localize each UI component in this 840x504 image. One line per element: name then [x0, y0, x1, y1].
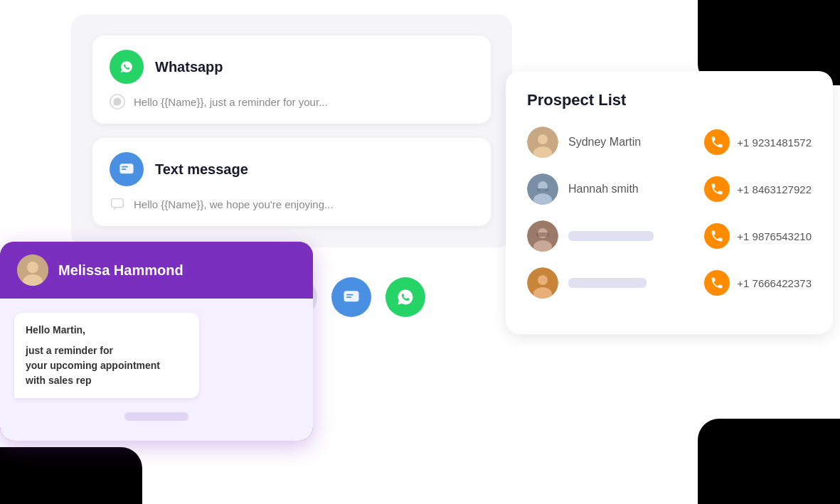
- sms-icon-circle: [110, 152, 144, 186]
- text-message-card[interactable]: Text message Hello {{Name}}, we hope you…: [92, 138, 491, 226]
- whatsapp-card[interactable]: Whatsapp Hello {{Name}}, just a reminder…: [92, 36, 491, 124]
- prospect-left-2: Hannah smith: [527, 173, 639, 205]
- svg-rect-5: [112, 199, 124, 208]
- prospect-list-title: Prospect List: [527, 91, 812, 109]
- chat-bubble-tail: [124, 412, 188, 421]
- phone-icon-3[interactable]: [704, 223, 730, 249]
- prospect-avatar-1: [527, 127, 558, 158]
- phone-number-1: +1 9231481572: [737, 136, 812, 149]
- chat-body: Hello Martin, just a reminder for your u…: [0, 299, 313, 441]
- prospect-name-placeholder-4: [568, 278, 647, 288]
- prospect-right-2: +1 8463127922: [704, 176, 812, 202]
- prospect-left-1: Sydney Martin: [527, 127, 641, 158]
- whatsapp-body-icon: [110, 94, 125, 109]
- svg-rect-18: [537, 188, 548, 191]
- prospect-right-4: +1 7666422373: [704, 270, 812, 296]
- prospect-name-placeholder-3: [568, 231, 654, 241]
- svg-point-24: [538, 275, 548, 285]
- svg-point-13: [538, 134, 548, 144]
- svg-rect-7: [346, 294, 353, 296]
- prospect-row-3[interactable]: +1 9876543210: [527, 220, 812, 252]
- svg-rect-8: [346, 296, 351, 298]
- whatsapp-bubble-icon: [395, 287, 415, 307]
- phone-icon-2[interactable]: [704, 176, 730, 202]
- chat-bubble: Hello Martin, just a reminder for your u…: [14, 313, 199, 398]
- chat-card: Melissa Hammond Hello Martin, just a rem…: [0, 242, 313, 441]
- whatsapp-preview: Hello {{Name}}, just a reminder for your…: [134, 96, 328, 108]
- phone-svg-3: [710, 229, 724, 243]
- chat-greeting: Hello Martin,: [26, 323, 188, 338]
- sms-bubble-icon: [341, 287, 361, 307]
- text-message-title: Text message: [155, 161, 248, 178]
- chat-avatar: [17, 254, 48, 286]
- prospect-avatar-4: [527, 267, 558, 299]
- prospect-right-1: +1 9231481572: [704, 129, 812, 155]
- phone-number-4: +1 7666422373: [737, 277, 812, 289]
- chat-header: Melissa Hammond: [0, 242, 313, 299]
- phone-icon-4[interactable]: [704, 270, 730, 296]
- prospect-right-3: +1 9876543210: [704, 223, 812, 249]
- sms-icon: [117, 159, 137, 179]
- messaging-panel: Whatsapp Hello {{Name}}, just a reminder…: [71, 14, 512, 247]
- svg-rect-3: [122, 166, 128, 168]
- sms-bubble[interactable]: [331, 277, 371, 317]
- prospect-row-4[interactable]: +1 7666422373: [527, 267, 812, 299]
- whatsapp-bubble[interactable]: [386, 277, 425, 317]
- whatsapp-icon: [117, 57, 137, 77]
- phone-svg-1: [710, 135, 724, 149]
- sms-body-icon: [110, 196, 125, 212]
- svg-rect-22: [536, 232, 549, 237]
- whatsapp-icon-circle: [110, 50, 144, 84]
- chat-body-text: just a reminder for your upcoming appoin…: [26, 343, 188, 388]
- prospect-name-2: Hannah smith: [568, 183, 639, 195]
- melissa-avatar-image: [17, 254, 48, 286]
- sms-preview: Hello {{Name}}, we hope you're enjoying.…: [134, 198, 334, 210]
- phone-svg-2: [710, 182, 724, 196]
- whatsapp-preview-row: Hello {{Name}}, just a reminder for your…: [110, 94, 474, 109]
- prospect-name-1: Sydney Martin: [568, 136, 641, 149]
- whatsapp-title: Whatsapp: [155, 59, 223, 75]
- prospect-avatar-3: [527, 220, 558, 252]
- phone-number-3: +1 9876543210: [737, 230, 812, 242]
- phone-number-2: +1 8463127922: [737, 183, 812, 195]
- svg-rect-2: [119, 163, 133, 173]
- sms-preview-row: Hello {{Name}}, we hope you're enjoying.…: [110, 196, 474, 212]
- prospect-row-2[interactable]: Hannah smith +1 8463127922: [527, 173, 812, 205]
- prospect-left-3: [527, 220, 654, 252]
- prospect-row-1[interactable]: Sydney Martin +1 9231481572: [527, 127, 812, 158]
- prospect-panel: Prospect List Sydney Martin +1 923148157…: [506, 71, 833, 334]
- phone-icon-1[interactable]: [704, 129, 730, 155]
- prospect-left-4: [527, 267, 647, 299]
- svg-rect-6: [344, 291, 359, 301]
- svg-point-10: [27, 262, 38, 273]
- phone-svg-4: [710, 276, 724, 290]
- prospect-avatar-2: [527, 173, 558, 205]
- svg-rect-4: [122, 168, 126, 170]
- chat-contact-name: Melissa Hammond: [58, 262, 184, 279]
